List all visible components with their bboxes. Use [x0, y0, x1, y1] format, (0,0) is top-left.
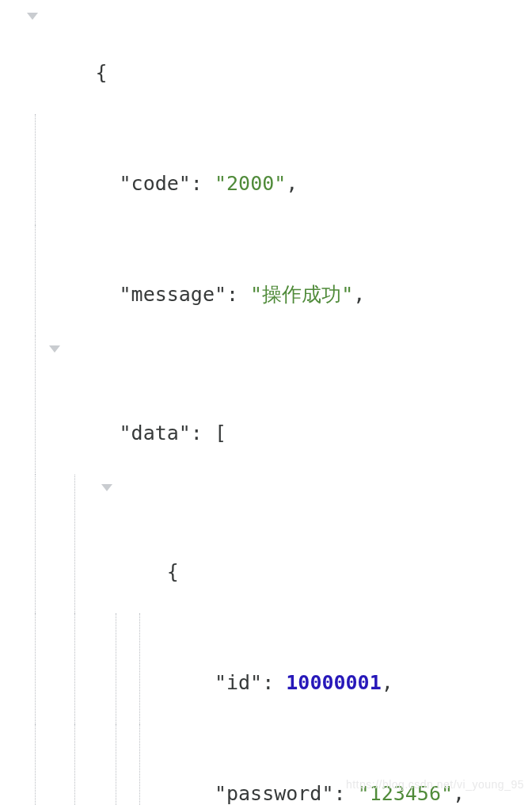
array-item-open: {: [0, 475, 532, 613]
chevron-down-icon[interactable]: [49, 345, 60, 353]
property-code: "code": "2000",: [0, 114, 532, 225]
object-open: {: [0, 3, 532, 114]
value-message: 操作成功: [262, 283, 341, 306]
brace-open: {: [48, 61, 107, 84]
chevron-down-icon[interactable]: [101, 484, 112, 491]
property-data-open: "data": [: [0, 336, 532, 475]
property-id: "id": 10000001,: [0, 613, 532, 724]
key-data: data: [131, 422, 179, 444]
property-message: "message": "操作成功",: [0, 225, 532, 336]
chevron-down-icon[interactable]: [27, 13, 38, 20]
json-viewer: { "code": "2000", "message": "操作成功", "da…: [0, 0, 532, 805]
key-code: code: [131, 172, 179, 195]
watermark: https://blog.csdn.net/vi_young_95: [346, 771, 524, 799]
key-message: message: [131, 283, 215, 306]
value-code: 2000: [226, 172, 274, 195]
value-id: 10000001: [286, 671, 381, 694]
